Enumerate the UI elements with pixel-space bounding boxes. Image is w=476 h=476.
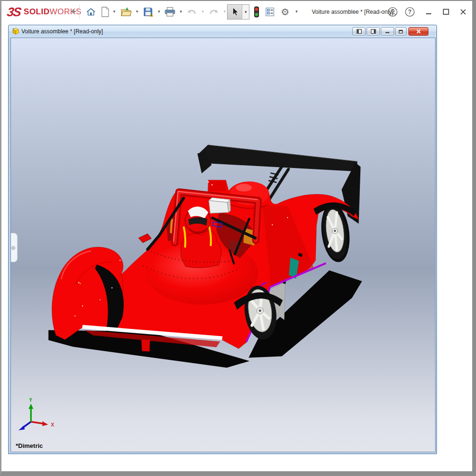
pane-left-button[interactable] (352, 27, 366, 36)
triad-x-axis: X (31, 421, 54, 427)
redo-icon (208, 7, 219, 17)
help-button[interactable]: ? (404, 7, 416, 17)
doc-close-icon (416, 29, 421, 34)
account-icon (387, 7, 398, 17)
toolbar-separator (79, 5, 80, 19)
doc-close-button[interactable] (408, 27, 428, 36)
pane-left-icon (357, 29, 362, 34)
doc-minimize-button[interactable] (381, 27, 394, 36)
save-dropdown[interactable]: ▾ (156, 9, 162, 14)
triad-y-axis: Y (29, 397, 33, 422)
interference-check-button[interactable] (251, 6, 262, 18)
doc-restore-icon (398, 30, 403, 34)
triad-z-axis (19, 422, 31, 430)
race-car-model[interactable] (11, 38, 435, 452)
undo-dropdown[interactable]: ▾ (200, 9, 206, 14)
doc-minimize-icon (385, 30, 390, 34)
select-tool-dropdown[interactable]: ▾ (242, 5, 249, 19)
settings-dropdown[interactable]: ▾ (294, 9, 299, 14)
side-mirror[interactable] (139, 234, 151, 243)
undo-button[interactable] (186, 6, 198, 18)
solidworks-window: 3S SOLID WORKS ▶ ▾ (0, 0, 476, 476)
driver-helmet (185, 207, 211, 233)
svg-text:Y: Y (29, 397, 32, 403)
main-toolbar: 3S SOLID WORKS ▶ ▾ (1, 1, 471, 23)
settings-button[interactable]: ⚙ (279, 6, 291, 18)
dassault-3ds-mark: 3S (6, 5, 21, 20)
pane-right-icon (371, 29, 376, 34)
open-dropdown[interactable]: ▾ (134, 9, 140, 14)
traffic-light-icon (253, 6, 260, 18)
open-button[interactable] (120, 6, 132, 18)
view-orientation-label: *Dimetric (16, 442, 43, 449)
app-minimize-button[interactable] (423, 7, 435, 17)
document-title: Voiture assomblee * [Read-only] (21, 25, 103, 38)
options-list-button[interactable] (264, 6, 276, 18)
home-button[interactable] (85, 6, 97, 18)
document-titlebar[interactable]: Voiture assomblee * [Read-only] (9, 25, 436, 38)
undo-icon (186, 7, 198, 17)
minimize-icon (425, 8, 433, 16)
assembly-icon (12, 28, 20, 35)
driver-torso (181, 231, 221, 268)
app-close-button[interactable] (457, 7, 469, 17)
select-arrow-icon (230, 7, 239, 17)
maximize-icon (442, 8, 450, 16)
print-button[interactable] (164, 6, 176, 18)
collapse-tab-handle (11, 246, 15, 250)
gear-icon: ⚙ (281, 6, 289, 18)
select-tool[interactable]: ▾ (227, 4, 249, 20)
properties-list-icon (265, 7, 275, 17)
pane-right-button[interactable] (367, 27, 380, 36)
open-folder-icon (120, 7, 132, 17)
menu-flyout-arrow[interactable]: ▶ (72, 8, 76, 14)
intake-box (209, 198, 231, 213)
document-window: Voiture assomblee * [Read-only] (8, 25, 437, 454)
save-icon (143, 7, 153, 17)
new-document-icon (100, 7, 110, 17)
doc-restore-button[interactable] (395, 27, 407, 36)
svg-text:?: ? (408, 9, 411, 15)
help-icon: ? (405, 7, 415, 17)
new-document-dropdown[interactable]: ▾ (111, 9, 117, 14)
svg-text:X: X (51, 422, 54, 427)
featuremanager-collapse-tab[interactable] (10, 233, 18, 262)
save-button[interactable] (142, 6, 154, 18)
solidworks-logo[interactable]: 3S SOLID WORKS (7, 4, 81, 20)
app-maximize-button[interactable] (440, 7, 452, 17)
close-icon (459, 8, 467, 16)
print-dropdown[interactable]: ▾ (178, 9, 184, 14)
redo-button[interactable] (208, 6, 219, 18)
select-tool-pressed[interactable] (228, 5, 242, 19)
reference-triad[interactable]: X Y (15, 396, 60, 442)
account-button[interactable] (387, 7, 398, 17)
new-document-button[interactable] (99, 6, 111, 18)
active-document-title: Voiture assomblee * [Read-only] (312, 1, 393, 23)
print-icon (164, 7, 176, 17)
home-icon (86, 7, 96, 17)
graphics-viewport[interactable]: X Y *Dimetric (10, 38, 436, 452)
